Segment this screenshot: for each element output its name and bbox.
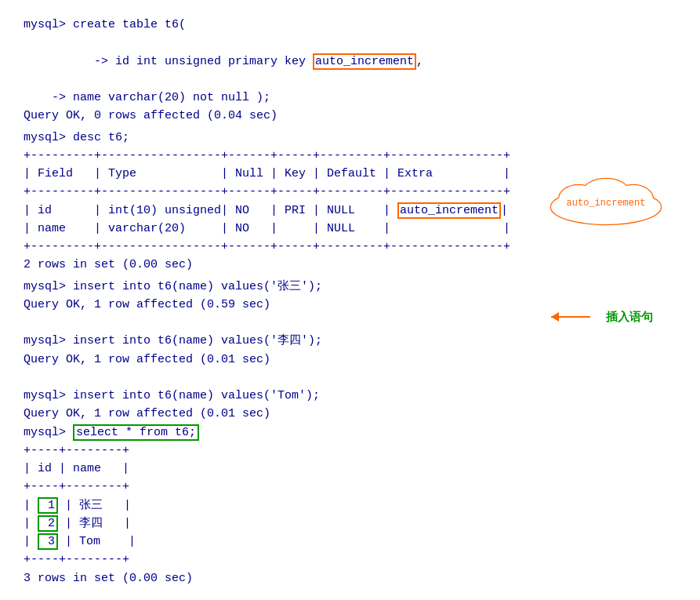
arrow-svg xyxy=(543,293,606,340)
rows-in-set-select: 3 rows in set (0.00 sec) xyxy=(24,569,676,587)
svg-text:auto_increment: auto_increment xyxy=(567,198,646,209)
insert2-ok: Query OK, 1 row affected (0.01 sec) xyxy=(24,351,676,369)
desc-cmd: mysql> desc t6; xyxy=(24,129,676,147)
auto-increment-value: auto_increment xyxy=(397,202,501,219)
create-table-section: mysql> create table t6( -> id int unsign… xyxy=(24,16,676,125)
terminal: mysql> create table t6( -> id int unsign… xyxy=(24,16,676,587)
table-border-3: +---------+-----------------+------+----… xyxy=(24,238,676,256)
svg-marker-10 xyxy=(551,312,559,322)
insert-section: mysql> insert into t6(name) values('张三')… xyxy=(24,278,676,424)
create-id-text: -> id int unsigned primary key xyxy=(66,55,313,68)
select-header: | id | name | xyxy=(24,460,676,478)
rows-in-set-desc: 2 rows in set (0.00 sec) xyxy=(24,256,676,274)
table-border-1: +---------+-----------------+------+----… xyxy=(24,147,676,165)
select-cmd-highlight: select * from t6; xyxy=(73,424,199,441)
select-row-2: | 2 | 李四 | xyxy=(24,515,676,533)
create-name-line: -> name varchar(20) not null ); xyxy=(24,89,676,107)
select-border-1: +----+--------+ xyxy=(24,442,676,460)
select-cmd-line: mysql> select * from t6; xyxy=(24,424,676,442)
insert3-cmd: mysql> insert into t6(name) values('Tom'… xyxy=(24,387,676,405)
select-row-3: | 3 | Tom | xyxy=(24,533,676,551)
create-id-line: -> id int unsigned primary key auto_incr… xyxy=(24,34,676,89)
select-section: mysql> select * from t6; +----+--------+… xyxy=(24,424,676,587)
select-row-1: | 1 | 张三 | xyxy=(24,496,676,515)
insert-label: 插入语句 xyxy=(606,307,653,325)
desc-section: mysql> desc t6; +---------+-------------… xyxy=(24,129,676,275)
insert-annotation: 插入语句 xyxy=(543,293,653,340)
insert3-ok: Query OK, 1 row affected (0.01 sec) xyxy=(24,405,676,423)
id-3-box: 3 xyxy=(38,533,58,550)
query-ok-create: Query OK, 0 rows affected (0.04 sec) xyxy=(24,107,676,125)
create-table-line: mysql> create table t6( xyxy=(24,16,676,34)
id-2-box: 2 xyxy=(38,515,58,532)
id-1-box: 1 xyxy=(38,497,58,514)
select-border-2: +----+--------+ xyxy=(24,478,676,496)
select-border-3: +----+--------+ xyxy=(24,551,676,569)
cloud-annotation: auto_increment xyxy=(543,176,669,237)
auto-increment-highlight: auto_increment xyxy=(313,53,416,70)
